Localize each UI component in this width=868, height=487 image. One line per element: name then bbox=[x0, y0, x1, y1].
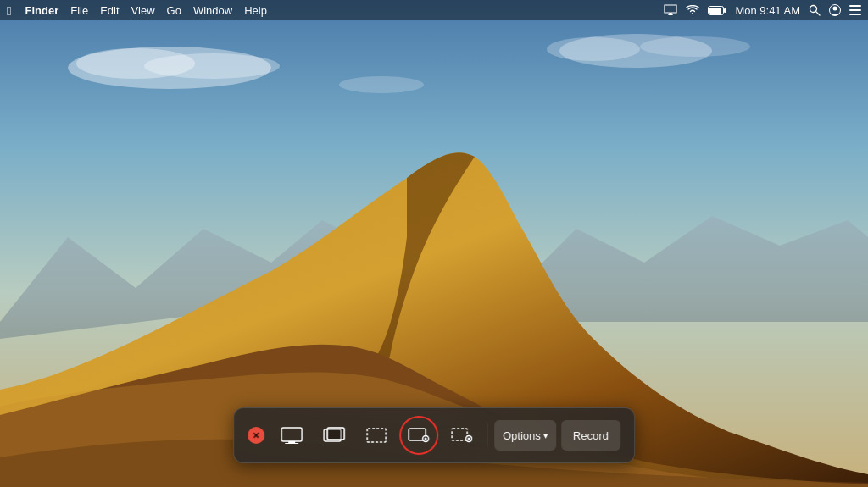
svg-rect-12 bbox=[724, 8, 726, 13]
menu-edit[interactable]: Edit bbox=[100, 4, 119, 17]
options-chevron-icon: ▾ bbox=[543, 431, 548, 440]
capture-window-button[interactable] bbox=[315, 417, 353, 454]
menubar:  Finder File Edit View Go Window Help bbox=[0, 0, 868, 20]
menubar-right: Mon 9:41 AM bbox=[664, 4, 861, 17]
svg-point-33 bbox=[468, 438, 470, 440]
svg-rect-20 bbox=[849, 14, 861, 15]
svg-rect-27 bbox=[367, 429, 386, 442]
options-label: Options bbox=[503, 429, 541, 442]
capture-entire-screen-button[interactable] bbox=[273, 417, 310, 454]
menu-file[interactable]: File bbox=[70, 4, 88, 17]
record-entire-screen-button[interactable] bbox=[400, 417, 437, 454]
toolbar-separator bbox=[487, 423, 487, 447]
svg-rect-19 bbox=[849, 9, 861, 11]
siri-icon[interactable] bbox=[829, 4, 841, 16]
record-label: Record bbox=[573, 429, 609, 442]
airplay-icon[interactable] bbox=[664, 4, 677, 16]
capture-selection-button[interactable] bbox=[358, 417, 395, 454]
svg-rect-23 bbox=[285, 443, 298, 444]
menubar-left:  Finder File Edit View Go Window Help bbox=[7, 3, 664, 18]
battery-icon[interactable] bbox=[708, 6, 726, 15]
menu-view[interactable]: View bbox=[131, 4, 155, 17]
clock[interactable]: Mon 9:41 AM bbox=[735, 4, 800, 17]
record-button[interactable]: Record bbox=[561, 420, 620, 451]
svg-point-30 bbox=[425, 438, 427, 440]
record-selection-button[interactable] bbox=[442, 417, 480, 454]
svg-rect-25 bbox=[327, 428, 344, 440]
screenshot-toolbar: Options ▾ Record bbox=[233, 407, 635, 463]
wifi-icon[interactable] bbox=[686, 5, 699, 15]
close-button[interactable] bbox=[248, 427, 264, 444]
svg-rect-22 bbox=[288, 441, 295, 443]
svg-line-15 bbox=[816, 12, 821, 16]
options-button[interactable]: Options ▾ bbox=[494, 420, 556, 451]
search-icon[interactable] bbox=[809, 4, 821, 16]
svg-point-3 bbox=[144, 53, 280, 79]
menu-go[interactable]: Go bbox=[167, 4, 181, 17]
svg-rect-18 bbox=[849, 5, 861, 7]
svg-rect-31 bbox=[452, 429, 467, 440]
svg-rect-13 bbox=[709, 8, 721, 14]
menu-window[interactable]: Window bbox=[193, 4, 232, 17]
control-center-icon[interactable] bbox=[849, 5, 861, 15]
svg-rect-21 bbox=[281, 428, 302, 441]
svg-point-7 bbox=[339, 76, 424, 93]
svg-point-5 bbox=[547, 37, 640, 61]
app-name[interactable]: Finder bbox=[25, 4, 58, 17]
menu-help[interactable]: Help bbox=[244, 4, 267, 17]
svg-point-17 bbox=[833, 7, 837, 11]
apple-menu[interactable]:  bbox=[7, 3, 11, 18]
svg-point-6 bbox=[640, 36, 750, 57]
